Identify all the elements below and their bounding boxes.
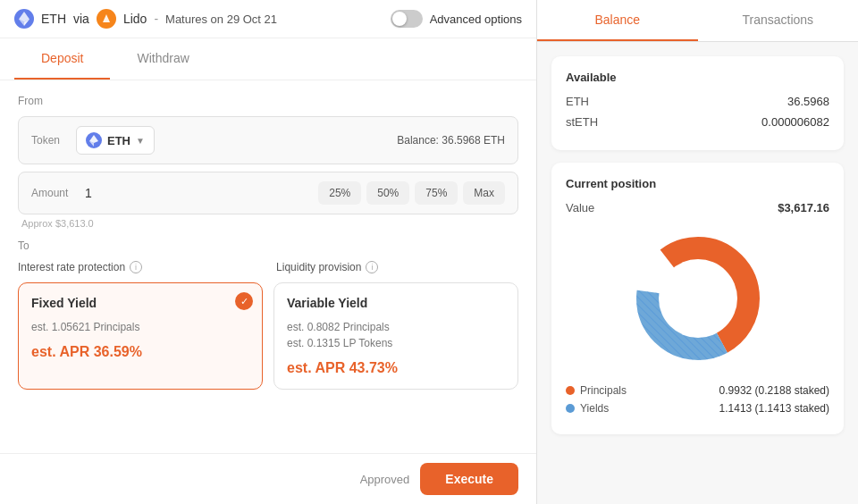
position-card: Current position Value $3,617.16: [551, 163, 844, 434]
header-sep: -: [154, 12, 158, 26]
lido-icon: [97, 9, 116, 29]
position-value-label: Value: [566, 201, 594, 214]
form-area: From Token ETH ▼ Balance: 36.5968 ETH Am…: [0, 80, 536, 453]
toggle-knob: [392, 12, 407, 26]
advanced-label: Advanced options: [430, 13, 522, 26]
variable-yield-title: Variable Yield: [287, 296, 505, 310]
token-selector[interactable]: ETH ▼: [76, 126, 155, 155]
legend-yields: Yields 1.1413 (1.1413 staked): [566, 402, 829, 415]
fixed-yield-title: Fixed Yield: [31, 296, 249, 310]
irp-label: Interest rate protection: [18, 261, 125, 273]
variable-yield-apr: est. APR 43.73%: [287, 360, 505, 376]
pct-25-button[interactable]: 25%: [318, 181, 361, 205]
tab-balance[interactable]: Balance: [537, 0, 698, 41]
pct-75-button[interactable]: 75%: [415, 181, 458, 205]
advanced-toggle[interactable]: [391, 10, 423, 28]
right-content: Available ETH 36.5968 stETH 0.000006082 …: [537, 42, 858, 504]
legend-principals: Principals 0.9932 (0.2188 staked): [566, 384, 829, 397]
eth-balance-value: 36.5968: [787, 95, 829, 108]
check-icon: ✓: [235, 292, 253, 310]
eth-label: ETH: [41, 12, 66, 26]
principals-legend-label: Principals: [566, 384, 627, 397]
right-panel: Balance Transactions Available ETH 36.59…: [536, 0, 858, 504]
token-row: Token ETH ▼ Balance: 36.5968 ETH: [18, 116, 518, 164]
pct-50-button[interactable]: 50%: [366, 181, 409, 205]
pct-max-button[interactable]: Max: [463, 181, 505, 205]
position-value-row: Value $3,617.16: [566, 201, 829, 214]
steth-balance-value: 0.000006082: [761, 115, 829, 129]
pct-buttons: 25% 50% 75% Max: [318, 181, 505, 205]
mature-text: Matures on 29 Oct 21: [165, 13, 277, 26]
amount-row: Amount 25% 50% 75% Max: [18, 172, 518, 214]
eth-icon: [14, 9, 34, 29]
lp-label-wrap: Liquidity provision i: [276, 261, 378, 273]
token-label: Token: [31, 134, 67, 147]
fixed-yield-card[interactable]: ✓ Fixed Yield est. 1.05621 Principals es…: [18, 282, 263, 390]
yield-section-labels: Interest rate protection i Liquidity pro…: [18, 261, 518, 273]
steth-balance-row: stETH 0.000006082: [566, 115, 829, 129]
bottom-bar: Approved Execute: [0, 453, 536, 504]
eth-balance-row: ETH 36.5968: [566, 95, 829, 108]
left-tab-bar: Deposit Withdraw: [0, 38, 536, 80]
svg-point-10: [659, 259, 737, 338]
position-value: $3,617.16: [778, 201, 829, 214]
eth-token-icon: [86, 132, 102, 148]
via-label: via: [73, 12, 89, 26]
tab-deposit[interactable]: Deposit: [14, 38, 110, 80]
available-card: Available ETH 36.5968 stETH 0.000006082: [551, 56, 844, 150]
lido-label: Lido: [123, 12, 147, 26]
amount-input[interactable]: [85, 186, 309, 200]
variable-yield-card[interactable]: Variable Yield est. 0.8082 Principals es…: [273, 282, 518, 390]
chevron-down-icon: ▼: [136, 136, 145, 146]
available-title: Available: [566, 71, 829, 84]
yields-label: Yields: [580, 402, 609, 415]
from-label: From: [18, 95, 518, 107]
tab-transactions[interactable]: Transactions: [698, 0, 859, 41]
donut-chart: [566, 227, 829, 370]
principals-value: 0.9932 (0.2188 staked): [719, 384, 829, 397]
token-name: ETH: [107, 134, 130, 147]
variable-yield-principals-1: est. 0.8082 Principals: [287, 321, 505, 333]
irp-info-icon[interactable]: i: [130, 261, 142, 273]
tab-withdraw[interactable]: Withdraw: [110, 38, 215, 80]
amount-label: Amount: [31, 187, 76, 199]
principals-label: Principals: [580, 384, 627, 397]
right-tab-bar: Balance Transactions: [537, 0, 858, 42]
yields-legend-label: Yields: [566, 402, 609, 415]
chart-legend: Principals 0.9932 (0.2188 staked) Yields…: [566, 384, 829, 415]
position-title: Current position: [566, 177, 829, 190]
advanced-options-wrap: Advanced options: [391, 10, 522, 28]
yield-cards: ✓ Fixed Yield est. 1.05621 Principals es…: [18, 282, 518, 390]
header-bar: ETH via Lido - Matures on 29 Oct 21 Adva…: [0, 0, 536, 38]
left-panel: ETH via Lido - Matures on 29 Oct 21 Adva…: [0, 0, 536, 504]
fixed-yield-principals: est. 1.05621 Principals: [31, 321, 249, 333]
svg-marker-3: [103, 14, 110, 22]
balance-display: Balance: 36.5968 ETH: [397, 134, 505, 147]
lp-label: Liquidity provision: [276, 261, 361, 273]
eth-balance-label: ETH: [566, 95, 589, 108]
to-label: To: [18, 239, 518, 252]
yields-value: 1.1413 (1.1413 staked): [719, 402, 829, 415]
lp-info-icon[interactable]: i: [366, 261, 378, 273]
execute-button[interactable]: Execute: [420, 463, 518, 495]
approved-label: Approved: [360, 473, 410, 486]
yields-dot: [566, 404, 575, 413]
approx-text: Approx $3,613.0: [18, 218, 518, 229]
irp-label-wrap: Interest rate protection i: [18, 261, 142, 273]
steth-balance-label: stETH: [566, 115, 598, 129]
fixed-yield-apr: est. APR 36.59%: [31, 344, 249, 360]
variable-yield-principals-2: est. 0.1315 LP Tokens: [287, 337, 505, 349]
principals-dot: [566, 386, 575, 395]
